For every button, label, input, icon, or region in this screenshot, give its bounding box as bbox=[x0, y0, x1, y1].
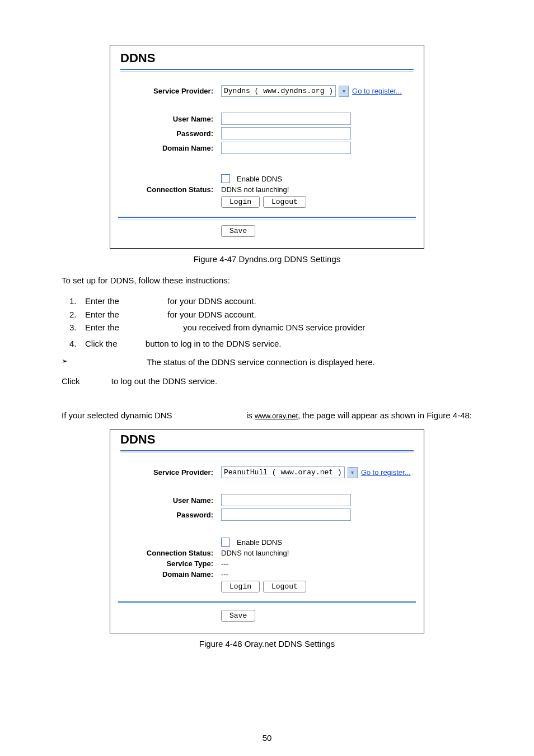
instructions-list: 1.Enter the for your DDNS account. 2.Ent… bbox=[69, 295, 472, 350]
label-connection-status: Connection Status: bbox=[118, 185, 221, 194]
password-input[interactable] bbox=[221, 127, 351, 139]
oray-link[interactable]: www.oray.net bbox=[255, 412, 298, 420]
instructions-lead: To set up for DDNS, follow these instruc… bbox=[62, 274, 472, 287]
user-name-input[interactable] bbox=[221, 113, 351, 125]
label-user-name: User Name: bbox=[118, 115, 221, 123]
domain-name-input[interactable] bbox=[221, 142, 351, 154]
connection-status-note: ➢ The status of the DDNS service connect… bbox=[62, 356, 472, 368]
enable-ddns-label: Enable DDNS bbox=[237, 538, 282, 547]
ddns-dyndns-panel: DDNS Service Provider: Dyndns ( www.dynd… bbox=[110, 45, 424, 249]
label-password: Password: bbox=[118, 129, 221, 138]
figure-caption-48: Figure 4-48 Oray.net DDNS Settings bbox=[62, 639, 472, 648]
domain-name-value: --- bbox=[221, 570, 228, 578]
login-button[interactable]: Login bbox=[221, 581, 260, 592]
page-number: 50 bbox=[0, 733, 534, 743]
go-to-register-link[interactable]: Go to register... bbox=[352, 87, 402, 95]
logout-line: Click to log out the DDNS service. bbox=[62, 375, 472, 388]
enable-ddns-label: Enable DDNS bbox=[237, 175, 282, 183]
label-connection-status: Connection Status: bbox=[118, 549, 221, 557]
logout-button[interactable]: Logout bbox=[263, 581, 306, 592]
service-type-value: --- bbox=[221, 559, 228, 568]
label-service-provider: Service Provider: bbox=[118, 468, 221, 477]
label-service-provider: Service Provider: bbox=[118, 87, 221, 95]
label-service-type: Service Type: bbox=[118, 559, 221, 568]
service-provider-select[interactable]: Dyndns ( www.dyndns.org ) bbox=[221, 85, 336, 97]
enable-ddns-checkbox[interactable] bbox=[221, 538, 230, 547]
panel-title: DDNS bbox=[120, 432, 155, 446]
go-to-register-link[interactable]: Go to register... bbox=[361, 468, 411, 477]
oray-intro-text: If your selected dynamic DNS is www.oray… bbox=[62, 409, 472, 422]
label-domain-name: Domain Name: bbox=[118, 570, 221, 578]
save-button[interactable]: Save bbox=[221, 225, 255, 237]
panel-title: DDNS bbox=[120, 51, 155, 65]
service-provider-select[interactable]: PeanutHull ( www.oray.net ) bbox=[221, 466, 345, 478]
figure-caption-47: Figure 4-47 Dyndns.org DDNS Settings bbox=[62, 254, 472, 264]
save-button[interactable]: Save bbox=[221, 610, 255, 622]
connection-status-text: DDNS not launching! bbox=[221, 549, 289, 557]
chevron-down-icon[interactable]: ▾ bbox=[348, 467, 358, 478]
password-input[interactable] bbox=[221, 508, 351, 521]
label-password: Password: bbox=[118, 511, 221, 519]
user-name-input[interactable] bbox=[221, 494, 351, 506]
chevron-down-icon[interactable]: ▾ bbox=[339, 86, 349, 97]
label-user-name: User Name: bbox=[118, 496, 221, 505]
ddns-oray-panel: DDNS Service Provider: PeanutHull ( www.… bbox=[110, 430, 424, 633]
enable-ddns-checkbox[interactable] bbox=[221, 174, 230, 183]
login-button[interactable]: Login bbox=[221, 196, 260, 208]
label-domain-name: Domain Name: bbox=[118, 144, 221, 152]
connection-status-text: DDNS not launching! bbox=[221, 185, 289, 194]
logout-button[interactable]: Logout bbox=[263, 196, 306, 208]
